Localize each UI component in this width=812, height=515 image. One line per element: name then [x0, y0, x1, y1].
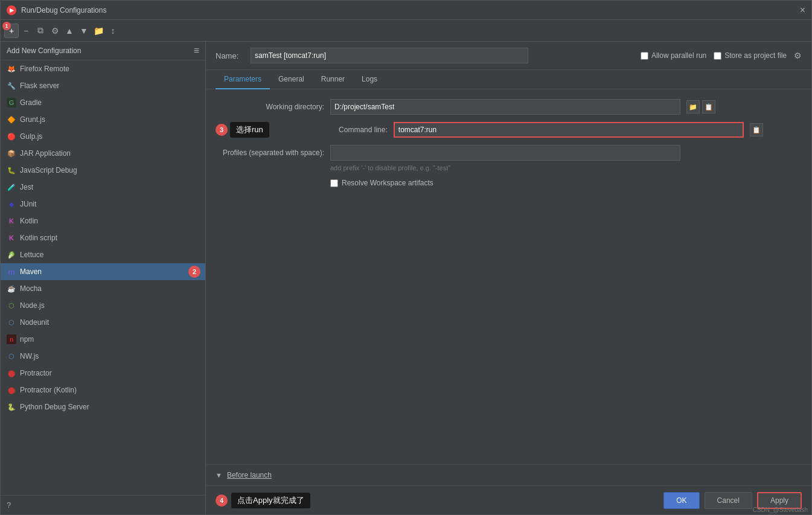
firefox-icon: 🦊 [7, 64, 16, 74]
sidebar-item-js-debug[interactable]: 🐛 JavaScript Debug [1, 162, 205, 179]
gradle-icon: G [7, 98, 16, 107]
sidebar-item-kotlin-script[interactable]: K Kotlin script [1, 229, 205, 246]
sidebar-item-maven[interactable]: m Maven 2 [1, 263, 205, 280]
sidebar-item-npm[interactable]: n npm [1, 331, 205, 348]
kotlin-icon: K [7, 216, 16, 226]
tab-runner[interactable]: Runner [313, 70, 353, 89]
before-launch-label: Before launch [227, 471, 272, 479]
add-new-config-label: Add New Configuration [7, 46, 81, 55]
sidebar-item-node[interactable]: ⬡ Node.js [1, 297, 205, 314]
app-icon: ▶ [7, 5, 16, 15]
footer: 4 点击Apply就完成了 OK Cancel Apply CSDN_@Stev… [206, 485, 811, 514]
sidebar-item-label: Gradle [20, 98, 42, 107]
close-button[interactable]: × [800, 5, 805, 15]
sidebar-item-gulp[interactable]: 🔴 Gulp.js [1, 128, 205, 145]
sort-button[interactable]: ↕ [106, 24, 120, 38]
protractor-icon: ⬤ [7, 368, 16, 378]
working-directory-row: Working directory: 📁 📋 [216, 99, 802, 115]
copy-button[interactable]: ⧉ [33, 24, 48, 38]
working-directory-actions: 📁 📋 [686, 100, 715, 114]
npm-icon: n [7, 334, 16, 344]
node-icon: ⬡ [7, 301, 16, 310]
sidebar-item-label: Grunt.js [20, 115, 45, 124]
sidebar-item-python-debug[interactable]: 🐍 Python Debug Server [1, 398, 205, 415]
folder-icon: 📁 [94, 26, 104, 36]
tab-logs[interactable]: Logs [353, 70, 386, 89]
command-line-input[interactable] [394, 122, 744, 138]
sidebar-item-label: npm [20, 335, 34, 344]
sidebar-settings-icon[interactable]: ≡ [194, 45, 199, 56]
sidebar-item-label: Python Debug Server [20, 403, 89, 411]
sidebar-item-lettuce[interactable]: 🥬 Lettuce [1, 246, 205, 263]
command-macro-button[interactable]: 📋 [750, 123, 763, 136]
sidebar-item-protractor[interactable]: ⬤ Protractor [1, 365, 205, 382]
ok-button[interactable]: OK [663, 492, 699, 509]
right-panel: Name: Allow parallel run Store as projec… [206, 42, 811, 514]
nodeunit-icon: ⬡ [7, 318, 16, 327]
add-button[interactable]: + 1 [4, 24, 19, 38]
remove-button[interactable]: − [19, 24, 33, 38]
allow-parallel-run-text: Allow parallel run [651, 51, 706, 60]
chevron-up-icon: ▲ [65, 26, 74, 36]
allow-parallel-run-label[interactable]: Allow parallel run [641, 51, 706, 60]
title-bar: ▶ Run/Debug Configurations × [1, 1, 811, 20]
sidebar-item-gradle[interactable]: G Gradle [1, 94, 205, 111]
sidebar-item-protractor-kotlin[interactable]: ⬤ Protractor (Kotlin) [1, 382, 205, 398]
sidebar-item-jest[interactable]: 🧪 Jest [1, 179, 205, 196]
working-directory-input[interactable] [330, 99, 680, 115]
annotation-4-tooltip: 点击Apply就完成了 [231, 493, 310, 508]
tabs-bar: Parameters General Runner Logs [206, 70, 811, 89]
name-label: Name: [216, 51, 246, 60]
command-line-label: Command line: [279, 126, 388, 134]
copy-icon: ⧉ [37, 25, 43, 36]
sidebar-header: Add New Configuration ≡ [1, 42, 205, 60]
allow-parallel-run-checkbox[interactable] [641, 52, 648, 60]
collapse-icon[interactable]: ▼ [216, 472, 222, 479]
help-icon[interactable]: ? [7, 501, 11, 510]
lettuce-icon: 🥬 [7, 250, 16, 260]
toolbar: + 1 − ⧉ ⚙ ▲ ▼ 📁 ↕ [1, 20, 811, 42]
sidebar-item-firefox[interactable]: 🦊 Firefox Remote [1, 60, 205, 77]
resolve-workspace-checkbox[interactable] [330, 179, 338, 187]
command-line-row: 3选择runCommand line:📋 [216, 122, 802, 138]
arrow-down-button[interactable]: ▼ [77, 24, 91, 38]
annotation-4-group: 4 点击Apply就完成了 [216, 493, 310, 508]
sort-icon: ↕ [111, 26, 115, 36]
main-content: Add New Configuration ≡ 🦊 Firefox Remote… [1, 42, 811, 514]
store-as-project-file-checkbox[interactable] [714, 52, 721, 60]
sidebar-item-nodeunit[interactable]: ⬡ Nodeunit [1, 314, 205, 331]
python-debug-icon: 🐍 [7, 402, 16, 412]
annotation-2-badge: 2 [188, 266, 200, 278]
annotation-3-badge: 3 [216, 124, 228, 136]
sidebar-item-label: Lettuce [20, 251, 43, 259]
store-as-project-file-label[interactable]: Store as project file [714, 51, 787, 60]
sidebar-item-label: Firefox Remote [20, 65, 69, 73]
sidebar-item-label: Protractor (Kotlin) [20, 386, 77, 394]
sidebar-item-jar[interactable]: 📦 JAR Application [1, 145, 205, 162]
cancel-button[interactable]: Cancel [705, 492, 752, 509]
browse-folder-button[interactable]: 📁 [686, 100, 700, 114]
sidebar-footer: ? [1, 495, 205, 514]
tab-general[interactable]: General [270, 70, 313, 89]
sidebar-item-junit[interactable]: ◆ JUnit [1, 196, 205, 213]
sidebar-item-kotlin[interactable]: K Kotlin [1, 213, 205, 229]
profiles-input[interactable] [330, 145, 680, 161]
dialog-title: Run/Debug Configurations [21, 6, 800, 14]
jar-icon: 📦 [7, 149, 16, 158]
name-options: Allow parallel run Store as project file… [641, 51, 802, 60]
sidebar-item-nw[interactable]: ⬡ NW.js [1, 348, 205, 365]
macro-button[interactable]: 📋 [702, 100, 715, 114]
settings-button[interactable]: ⚙ [48, 24, 62, 38]
junit-icon: ◆ [7, 199, 16, 209]
sidebar-item-flask[interactable]: 🔧 Flask server [1, 77, 205, 94]
options-gear-icon[interactable]: ⚙ [794, 51, 802, 60]
mocha-icon: ☕ [7, 284, 16, 293]
sidebar-item-grunt[interactable]: 🔶 Grunt.js [1, 111, 205, 128]
name-input[interactable] [251, 48, 528, 63]
sidebar-item-mocha[interactable]: ☕ Mocha [1, 280, 205, 297]
sidebar-item-label: Gulp.js [20, 132, 42, 141]
arrow-up-button[interactable]: ▲ [62, 24, 77, 38]
tab-parameters[interactable]: Parameters [216, 70, 270, 89]
watermark: CSDN_@Stevedash [749, 505, 811, 514]
folder-button[interactable]: 📁 [91, 24, 106, 38]
